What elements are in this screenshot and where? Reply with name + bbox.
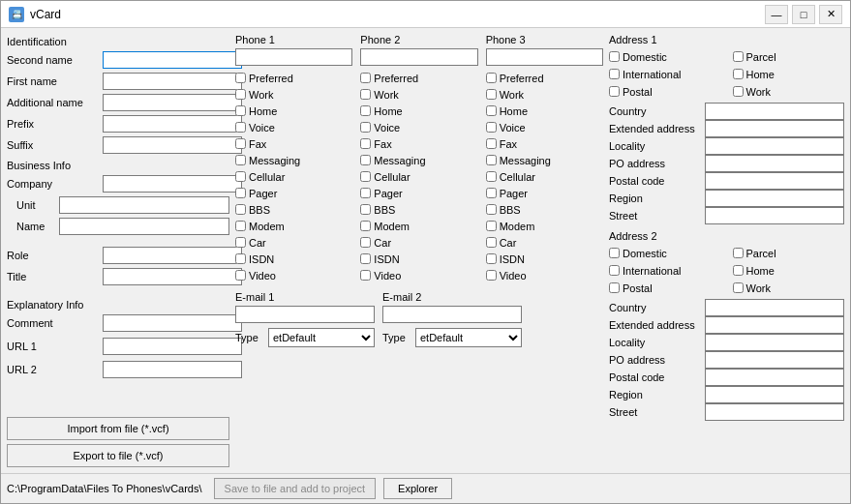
addr2-domestic-cb[interactable]	[609, 248, 620, 258]
import-button[interactable]: Import from file (*.vcf)	[7, 417, 229, 440]
addr1-postal-cb[interactable]	[609, 86, 620, 97]
phone3-voice-cb[interactable]	[486, 122, 497, 133]
phone2-bbs-cb[interactable]	[360, 204, 371, 215]
export-button[interactable]: Export to file (*.vcf)	[7, 444, 229, 467]
phone3-messaging-cb[interactable]	[486, 155, 497, 165]
unit-input[interactable]	[59, 196, 229, 214]
addr2-postal-cb[interactable]	[609, 282, 620, 293]
addr2-home-cb[interactable]	[733, 265, 744, 276]
phone2-isdn-cb[interactable]	[360, 253, 371, 264]
addr1-country-input[interactable]	[705, 103, 844, 120]
phone3-home-cb[interactable]	[486, 105, 497, 116]
addr2-region-input[interactable]	[705, 386, 844, 403]
phone2-cellular-cb[interactable]	[360, 171, 371, 182]
phone1-isdn-cb[interactable]	[235, 253, 246, 264]
name-input[interactable]	[59, 218, 229, 235]
phone2-voice-cb[interactable]	[360, 122, 371, 133]
addr1-region-label: Region	[609, 193, 701, 204]
addr2-locality-input[interactable]	[705, 334, 844, 351]
addr2-country-input[interactable]	[705, 299, 844, 316]
first-name-row: First name	[7, 73, 229, 90]
phone1-cellular-cb[interactable]	[235, 171, 246, 182]
phone2-fax-cb[interactable]	[360, 138, 371, 149]
phone3-pager-cb[interactable]	[486, 188, 497, 198]
additional-name-input[interactable]	[103, 94, 242, 111]
minimize-button[interactable]: —	[765, 5, 788, 24]
explorer-button[interactable]: Explorer	[383, 478, 452, 499]
comment-label: Comment	[7, 317, 99, 329]
second-name-label: Second name	[7, 54, 99, 66]
addr2-locality-row: Locality	[609, 334, 844, 351]
addr1-po-input[interactable]	[705, 155, 844, 172]
comment-input[interactable]	[103, 314, 242, 332]
addr2-country-row: Country	[609, 299, 844, 316]
phone2-input[interactable]	[360, 48, 477, 66]
phone2-home-cb[interactable]	[360, 105, 371, 116]
email1-input[interactable]	[235, 306, 375, 323]
phone1-messaging-cb[interactable]	[235, 155, 246, 165]
phone2-preferred-cb[interactable]	[360, 73, 371, 83]
close-button[interactable]: ✕	[819, 5, 842, 24]
phone1-bbs-cb[interactable]	[235, 204, 246, 215]
maximize-button[interactable]: □	[792, 5, 815, 24]
addr1-domestic-cb[interactable]	[609, 51, 620, 62]
addr1-locality-input[interactable]	[705, 137, 844, 155]
phone1-video-cb[interactable]	[235, 270, 246, 281]
phone3-modem-cb[interactable]	[486, 221, 497, 231]
role-input[interactable]	[103, 247, 242, 264]
phone1-preferred-cb[interactable]	[235, 73, 246, 83]
addr1-postal-code-input[interactable]	[705, 172, 844, 190]
addr2-po-input[interactable]	[705, 351, 844, 369]
addr2-work-cb[interactable]	[733, 282, 744, 293]
phone3-preferred-cb[interactable]	[486, 73, 497, 83]
email2-type-select[interactable]: etDefault etInternet etX400	[415, 328, 522, 347]
phone1-fax-cb[interactable]	[235, 138, 246, 149]
phone2-car-cb[interactable]	[360, 237, 371, 248]
phone2-modem-cb[interactable]	[360, 221, 371, 231]
addr2-extended-input[interactable]	[705, 316, 844, 334]
phone3-bbs-cb[interactable]	[486, 204, 497, 215]
company-input[interactable]	[103, 175, 242, 193]
addr1-parcel-cb[interactable]	[733, 51, 744, 62]
addr2-postal-code-input[interactable]	[705, 369, 844, 386]
email2-input[interactable]	[382, 306, 522, 323]
phone3-input[interactable]	[486, 48, 603, 66]
phone3-video-cb[interactable]	[486, 270, 497, 281]
suffix-input[interactable]	[103, 136, 242, 154]
phone1-car-cb[interactable]	[235, 237, 246, 248]
second-name-input[interactable]	[103, 51, 242, 69]
save-button[interactable]: Save to file and add to project	[214, 478, 377, 499]
addr1-region-input[interactable]	[705, 190, 844, 207]
addr2-international-cb[interactable]	[609, 265, 620, 276]
phone3-fax-cb[interactable]	[486, 138, 497, 149]
addr1-home-cb[interactable]	[733, 69, 744, 79]
phone2-pager-cb[interactable]	[360, 188, 371, 198]
phone1-home-cb[interactable]	[235, 105, 246, 116]
phone3-work-cb[interactable]	[486, 89, 497, 100]
phone3-isdn-cb[interactable]	[486, 253, 497, 264]
phone3-car-cb[interactable]	[486, 237, 497, 248]
phone1-work-cb[interactable]	[235, 89, 246, 100]
first-name-input[interactable]	[103, 73, 242, 90]
url2-input[interactable]	[103, 361, 242, 378]
phone2-video-cb[interactable]	[360, 270, 371, 281]
phone1-input[interactable]	[235, 48, 352, 66]
phone1-modem-cb[interactable]	[235, 221, 246, 231]
addr1-work-cb[interactable]	[733, 86, 744, 97]
addr2-parcel-cb[interactable]	[733, 248, 744, 258]
phone2-work-cb[interactable]	[360, 89, 371, 100]
email1-type-select[interactable]: etDefault etInternet etX400	[268, 328, 375, 347]
phone1-pager-cb[interactable]	[235, 188, 246, 198]
phone3-cellular-cb[interactable]	[486, 171, 497, 182]
phone2-fax: Fax	[360, 135, 477, 152]
prefix-input[interactable]	[103, 115, 242, 133]
addr1-international-cb[interactable]	[609, 69, 620, 79]
suffix-label: Suffix	[7, 139, 99, 151]
phone1-voice-cb[interactable]	[235, 122, 246, 133]
addr2-street-input[interactable]	[705, 403, 844, 421]
title-input[interactable]	[103, 268, 242, 285]
phone2-messaging-cb[interactable]	[360, 155, 371, 165]
addr1-extended-input[interactable]	[705, 120, 844, 137]
addr1-street-input[interactable]	[705, 207, 844, 224]
url1-input[interactable]	[103, 338, 242, 355]
